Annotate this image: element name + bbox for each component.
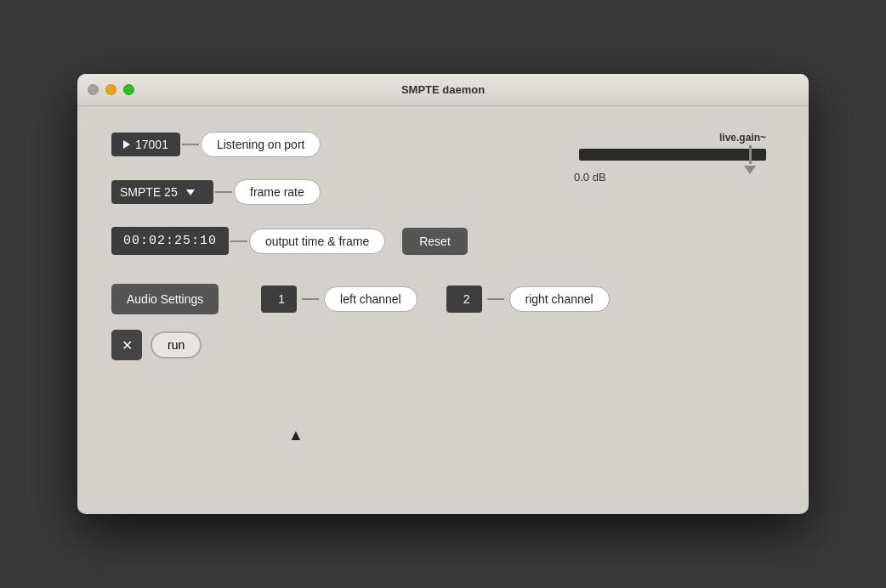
connector-line-left [302,298,319,300]
port-box[interactable]: 17001 [111,133,180,156]
x-button[interactable]: ✕ [111,330,142,360]
run-row: ✕ run [111,330,775,360]
titlebar: SMPTE daemon [77,74,809,106]
timecode-value: 00:02:25:10 [123,234,217,248]
left-channel-label: left channel [324,286,417,312]
audio-settings-button[interactable]: Audio Settings [111,284,219,314]
gain-triangle-icon [744,166,756,174]
traffic-lights [88,84,134,95]
port-value: 17001 [135,138,168,151]
gain-notch [749,145,752,164]
content-area: 17001 Listening on port live.gain~ 0.0 d… [77,106,809,514]
connector-line-frame [215,191,232,193]
listening-label: Listening on port [201,132,321,157]
connector-line-port [182,144,199,145]
right-channel-number: 2 [463,292,470,306]
reset-button[interactable]: Reset [402,228,468,255]
audio-channels-row: Audio Settings 1 left channel 2 right ch… [111,284,775,314]
left-channel-number: 1 [278,292,285,306]
timecode-row: 00:02:25:10 output time & frame Reset [111,227,775,255]
cursor-icon: ▲ [288,427,304,444]
frame-rate-dropdown[interactable]: SMPTE 25 [111,180,213,204]
timecode-label: output time & frame [249,229,385,254]
timecode-box: 00:02:25:10 [111,227,229,255]
window-title: SMPTE daemon [401,83,485,96]
frame-rate-value: SMPTE 25 [120,185,178,199]
close-button[interactable] [88,84,99,95]
connector-line-time [230,240,247,242]
right-channel-label: right channel [509,286,610,312]
gain-label: live.gain~ [719,132,766,144]
left-channel-box[interactable]: 1 [261,286,297,313]
gain-slider-track[interactable] [579,149,766,161]
frame-rate-label: frame rate [234,179,321,205]
minimize-button[interactable] [105,84,116,95]
gain-section: live.gain~ 0.0 dB [571,132,775,184]
gain-db-value: 0.0 dB [574,171,606,184]
run-button[interactable]: run [151,331,202,359]
dropdown-arrow-icon [186,189,195,195]
maximize-button[interactable] [123,84,134,95]
play-triangle-icon [123,140,130,149]
gain-slider-thumb[interactable] [744,145,756,174]
port-row: 17001 Listening on port live.gain~ 0.0 d… [111,132,775,157]
right-channel-box[interactable]: 2 [446,286,482,313]
connector-line-right [487,298,504,300]
app-window: SMPTE daemon 17001 Listening on port liv… [77,74,809,514]
